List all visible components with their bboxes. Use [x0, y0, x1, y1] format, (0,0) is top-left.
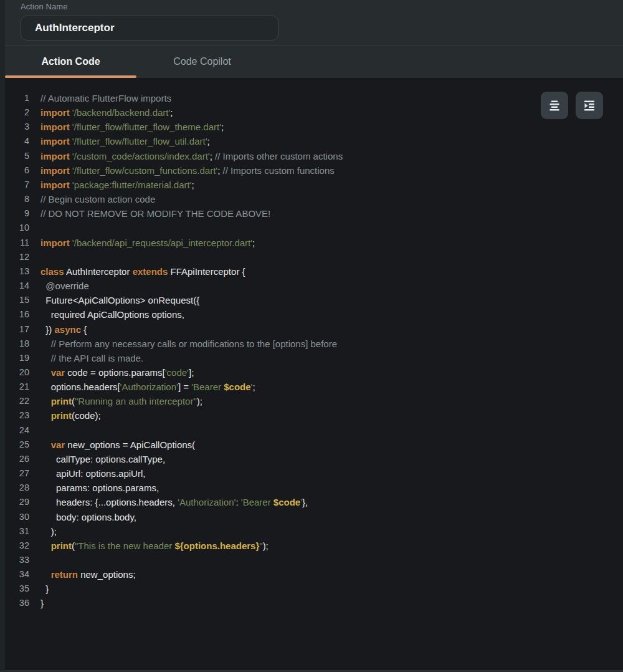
code-line: 26 callType: options.callType,: [5, 452, 623, 466]
code-line: 27 apiUrl: options.apiUrl,: [5, 466, 623, 481]
code-token: ;: [192, 180, 194, 190]
indent-icon: [583, 99, 596, 112]
code-token: ;: [221, 122, 224, 132]
line-number: 10: [5, 221, 29, 235]
code-token: import: [40, 151, 70, 161]
code-token: apiUrl: options.apiUrl,: [40, 468, 145, 479]
code-line-text: @override: [29, 279, 89, 293]
code-line: 12: [5, 250, 623, 264]
line-number: 24: [5, 423, 29, 438]
line-number: 15: [5, 293, 29, 307]
code-line-text: apiUrl: options.apiUrl,: [29, 466, 145, 481]
code-token: ;: [210, 151, 215, 161]
line-number: 23: [5, 408, 29, 423]
line-number: 7: [5, 178, 29, 192]
code-line-text: import '/custom_code/actions/index.dart'…: [29, 149, 343, 163]
code-line: 18 // Perform any necessary calls or mod…: [5, 337, 623, 351]
line-number: 28: [5, 481, 29, 495]
code-token: 'code': [165, 367, 189, 378]
code-token: new_options;: [78, 569, 136, 580]
code-line: 23 print(code);: [5, 408, 623, 423]
line-number: 8: [5, 192, 29, 206]
code-token: Future<ApiCallOptions> onRequest({: [40, 295, 199, 305]
line-number: 4: [5, 134, 29, 148]
code-token: [40, 410, 51, 421]
code-token: extends: [133, 266, 168, 277]
code-token: import: [40, 122, 70, 132]
code-line: 31 );: [5, 524, 623, 539]
line-number: 36: [5, 596, 29, 610]
line-number: 25: [5, 438, 29, 452]
code-token: // DO NOT REMOVE OR MODIFY THE CODE ABOV…: [40, 208, 270, 219]
indent-code-button[interactable]: [576, 92, 603, 119]
code-token: // Begin custom action code: [40, 194, 155, 204]
code-line: 9// DO NOT REMOVE OR MODIFY THE CODE ABO…: [5, 206, 623, 221]
code-token: 'Bearer: [191, 382, 224, 392]
code-line: 15 Future<ApiCallOptions> onRequest({: [5, 293, 623, 307]
code-token: 'package:flutter/material.dart': [72, 180, 192, 190]
line-number: 33: [5, 553, 29, 567]
code-token: import: [40, 107, 70, 118]
code-token: // Perform any necessary calls or modifi…: [51, 338, 337, 349]
code-token: params: options.params,: [40, 482, 159, 493]
code-line-text: import '/flutter_flow/flutter_flow_util.…: [29, 134, 210, 148]
code-line: 35 }: [5, 582, 623, 596]
code-line: 14 @override: [5, 279, 623, 293]
line-number: 29: [5, 495, 29, 509]
code-line-text: var new_options = ApiCallOptions(: [29, 438, 195, 452]
action-name-input[interactable]: AuthInterceptor: [21, 16, 278, 41]
code-line: 21 options.headers['Authorization'] = 'B…: [5, 380, 623, 394]
code-token: var: [51, 367, 65, 378]
code-token: );: [263, 540, 269, 551]
line-number: 20: [5, 365, 29, 380]
code-token: '/backend/api_requests/api_interceptor.d…: [72, 238, 252, 248]
format-code-button[interactable]: [541, 92, 568, 119]
code-token: );: [40, 526, 57, 537]
line-number: 32: [5, 539, 29, 553]
code-line: 5import '/custom_code/actions/index.dart…: [5, 149, 623, 163]
code-line: 2import '/backend/backend.dart';: [5, 105, 623, 120]
code-line-text: required ApiCallOptions options,: [29, 307, 184, 322]
code-line: 33: [5, 553, 623, 567]
line-number: 2: [5, 105, 29, 120]
code-token: ;: [207, 136, 210, 146]
code-token: [40, 338, 51, 349]
code-line: 25 var new_options = ApiCallOptions(: [5, 438, 623, 452]
code-token: class: [40, 266, 64, 277]
code-token: $code: [224, 382, 250, 392]
line-number: 18: [5, 337, 29, 351]
code-line-text: [29, 423, 40, 438]
code-token: print: [51, 540, 72, 551]
code-line-text: }: [29, 596, 44, 610]
code-token: [40, 396, 51, 406]
tab-code-copilot[interactable]: Code Copilot: [136, 46, 268, 78]
code-token: // the API call is made.: [51, 353, 143, 363]
code-token: ;: [252, 238, 255, 248]
editor-toolbar: [541, 92, 603, 119]
code-token: // Imports other custom actions: [215, 151, 343, 161]
code-token: FFApiInterceptor {: [168, 266, 245, 277]
code-line-text: import '/flutter_flow/custom_functions.d…: [29, 163, 335, 178]
code-line: 1// Automatic FlutterFlow imports: [5, 91, 623, 105]
code-token: "Running an auth interceptor": [75, 396, 197, 406]
line-number: 9: [5, 206, 29, 221]
line-number: 27: [5, 466, 29, 481]
code-token: ];: [189, 367, 194, 378]
code-line: 4import '/flutter_flow/flutter_flow_util…: [5, 134, 623, 148]
code-token: [40, 367, 51, 378]
code-token: }: [40, 598, 44, 608]
code-line: 20 var code = options.params['code'];: [5, 365, 623, 380]
code-editor[interactable]: 1// Automatic FlutterFlow imports2import…: [5, 78, 623, 672]
tab-action-code[interactable]: Action Code: [5, 46, 136, 78]
code-line-text: body: options.body,: [29, 510, 136, 524]
line-number: 14: [5, 279, 29, 293]
line-number: 17: [5, 322, 29, 337]
line-number: 5: [5, 149, 29, 163]
code-line-text: print("Running an auth interceptor");: [29, 394, 202, 408]
code-line: 28 params: options.params,: [5, 481, 623, 495]
code-token: ;: [217, 165, 222, 176]
code-line-text: import '/backend/backend.dart';: [29, 105, 173, 120]
code-token: '/flutter_flow/flutter_flow_util.dart': [72, 136, 207, 146]
code-token: '/backend/backend.dart': [72, 107, 171, 118]
line-number: 30: [5, 510, 29, 524]
